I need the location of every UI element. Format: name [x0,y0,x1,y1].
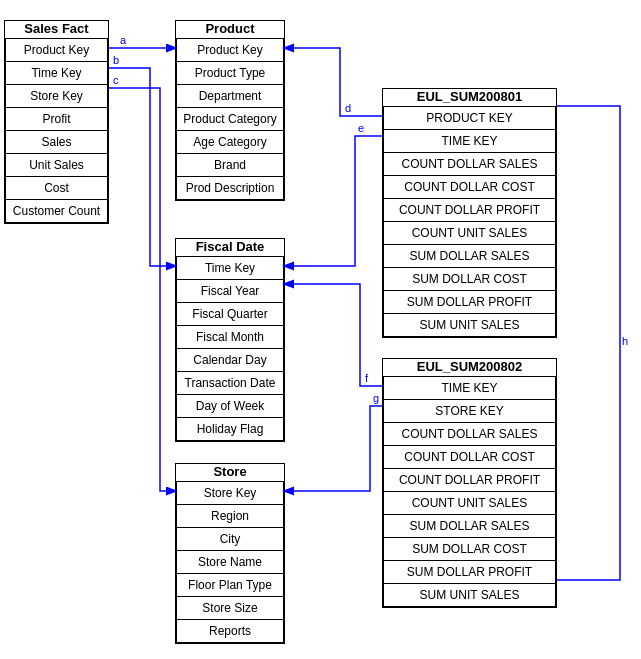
sales-fact-inner: Product Key Time Key Store Key Profit Sa… [5,38,108,223]
table-row: Brand [177,154,283,177]
label-f: f [365,372,369,384]
arrow-e [285,136,382,266]
table-row: SUM DOLLAR PROFIT [384,561,555,584]
label-h: h [622,335,628,347]
table-row: Age Category [177,131,283,154]
table-row: Store Key [177,482,283,505]
product-title: Product [176,21,284,36]
eul-sum200801-table: EUL_SUM200801 PRODUCT KEY TIME KEY COUNT… [382,88,557,338]
fiscal-date-table: Fiscal Date Time Key Fiscal Year Fiscal … [175,238,285,442]
table-row: Transaction Date [177,372,283,395]
eul-sum200801-title: EUL_SUM200801 [383,89,556,104]
table-row: Time Key [177,257,283,280]
arrow-h [557,106,620,580]
table-row: Fiscal Month [177,326,283,349]
fiscal-date-inner: Time Key Fiscal Year Fiscal Quarter Fisc… [176,256,284,441]
table-row: Product Category [177,108,283,131]
table-row: COUNT DOLLAR COST [384,176,555,199]
table-row: TIME KEY [384,377,555,400]
label-g: g [373,392,379,404]
table-row: TIME KEY [384,130,555,153]
table-row: Unit Sales [6,154,107,177]
eul-sum200801-inner: PRODUCT KEY TIME KEY COUNT DOLLAR SALES … [383,106,556,337]
table-row: SUM UNIT SALES [384,584,555,606]
table-row: SUM DOLLAR SALES [384,245,555,268]
table-row: COUNT DOLLAR PROFIT [384,199,555,222]
table-row: Sales [6,131,107,154]
table-row: Store Name [177,551,283,574]
table-row: COUNT DOLLAR COST [384,446,555,469]
table-row: SUM DOLLAR SALES [384,515,555,538]
table-row: STORE KEY [384,400,555,423]
sales-fact-table: Sales Fact Product Key Time Key Store Ke… [4,20,109,224]
arrow-f [285,284,382,386]
table-row: SUM DOLLAR COST [384,538,555,561]
table-row: Region [177,505,283,528]
arrow-b [109,68,175,266]
table-row: Product Key [177,39,283,62]
table-row: Cost [6,177,107,200]
table-row: Product Type [177,62,283,85]
product-table: Product Product Key Product Type Departm… [175,20,285,201]
product-inner: Product Key Product Type Department Prod… [176,38,284,200]
label-d: d [345,102,351,114]
label-c: c [113,74,119,86]
table-row: Profit [6,108,107,131]
table-row: Time Key [6,62,107,85]
store-inner: Store Key Region City Store Name Floor P… [176,481,284,643]
table-row: COUNT UNIT SALES [384,222,555,245]
table-row: Department [177,85,283,108]
table-row: COUNT DOLLAR PROFIT [384,469,555,492]
table-row: City [177,528,283,551]
table-row: SUM DOLLAR PROFIT [384,291,555,314]
store-table: Store Store Key Region City Store Name F… [175,463,285,644]
table-row: COUNT UNIT SALES [384,492,555,515]
label-e: e [358,122,364,134]
table-row: Floor Plan Type [177,574,283,597]
table-row: PRODUCT KEY [384,107,555,130]
table-row: SUM DOLLAR COST [384,268,555,291]
table-row: SUM UNIT SALES [384,314,555,336]
table-row: Fiscal Quarter [177,303,283,326]
arrow-c [109,88,175,491]
table-row: Customer Count [6,200,107,222]
eul-sum200802-inner: TIME KEY STORE KEY COUNT DOLLAR SALES CO… [383,376,556,607]
table-row: Holiday Flag [177,418,283,440]
eul-sum200802-table: EUL_SUM200802 TIME KEY STORE KEY COUNT D… [382,358,557,608]
arrow-d [285,48,382,116]
table-row: Product Key [6,39,107,62]
table-row: Day of Week [177,395,283,418]
table-row: Calendar Day [177,349,283,372]
arrow-g [285,406,382,491]
label-b: b [113,54,119,66]
fiscal-date-title: Fiscal Date [176,239,284,254]
table-row: Store Size [177,597,283,620]
table-row: COUNT DOLLAR SALES [384,423,555,446]
table-row: Fiscal Year [177,280,283,303]
table-row: COUNT DOLLAR SALES [384,153,555,176]
store-title: Store [176,464,284,479]
sales-fact-title: Sales Fact [5,21,108,36]
table-row: Store Key [6,85,107,108]
table-row: Reports [177,620,283,642]
label-a: a [120,34,127,46]
diagram-container: Sales Fact Product Key Time Key Store Ke… [0,0,641,659]
table-row: Prod Description [177,177,283,199]
eul-sum200802-title: EUL_SUM200802 [383,359,556,374]
